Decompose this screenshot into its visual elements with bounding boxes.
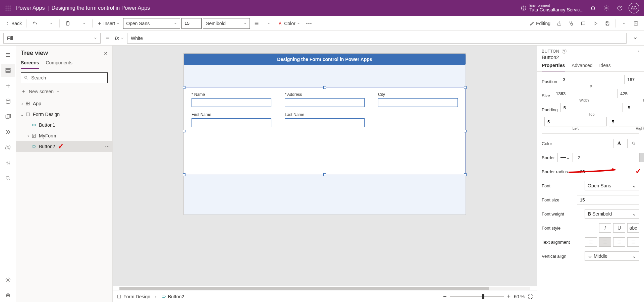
- breadcrumb-screen[interactable]: Form Design: [117, 294, 150, 299]
- help-icon[interactable]: ?: [562, 49, 567, 54]
- tree-node-button2[interactable]: Button2 ✓ ⋯: [16, 141, 112, 152]
- tree-node-app[interactable]: › App: [16, 98, 112, 109]
- align-center[interactable]: [599, 237, 611, 247]
- style-underline[interactable]: U: [613, 223, 625, 233]
- property-dropdown[interactable]: Fill: [3, 33, 101, 44]
- style-strike[interactable]: abc: [627, 223, 639, 233]
- fx-button[interactable]: fx: [115, 35, 124, 41]
- tab-screens[interactable]: Screens: [21, 60, 39, 69]
- font-weight-dropdown[interactable]: Semibold: [203, 18, 250, 29]
- publish-button[interactable]: [631, 18, 641, 29]
- rail-virtual-agent[interactable]: [1, 289, 15, 302]
- tab-components[interactable]: Components: [46, 60, 72, 69]
- prop-width-input[interactable]: [553, 89, 615, 98]
- font-size-input[interactable]: [181, 18, 202, 29]
- environment-picker[interactable]: Environment Tata Consultancy Servic...: [521, 3, 584, 12]
- tree-node-screen[interactable]: ⌄ Form Design: [16, 109, 112, 120]
- rail-insert[interactable]: [1, 79, 15, 93]
- zoom-slider[interactable]: [450, 296, 504, 297]
- fit-to-screen[interactable]: ⛶: [528, 294, 533, 299]
- save-dropdown[interactable]: [619, 18, 629, 29]
- prop-fontweight-dropdown[interactable]: B Semibold⌄: [585, 209, 639, 219]
- tree-close[interactable]: ✕: [104, 51, 108, 56]
- share-button[interactable]: [554, 18, 565, 29]
- back-button[interactable]: Back: [3, 18, 24, 29]
- prop-padtop-input[interactable]: [560, 103, 623, 112]
- overflow-button[interactable]: [304, 18, 314, 29]
- prop-x-input[interactable]: [560, 75, 622, 84]
- prop-padleft-input[interactable]: [544, 117, 607, 126]
- properties-collapse[interactable]: ›: [638, 49, 640, 54]
- align-right[interactable]: [613, 237, 625, 247]
- align-justify[interactable]: [627, 237, 639, 247]
- help-icon[interactable]: [613, 0, 627, 16]
- prop-padbottom-input[interactable]: [625, 103, 644, 112]
- chevron-right-icon[interactable]: ›: [19, 101, 25, 106]
- formula-expand[interactable]: [630, 33, 641, 44]
- rail-advanced-tools[interactable]: [1, 156, 15, 170]
- settings-icon[interactable]: [600, 0, 613, 16]
- new-screen-button[interactable]: ＋ New screen: [16, 86, 112, 98]
- zoom-in[interactable]: +: [507, 293, 511, 300]
- align-dropdown[interactable]: [263, 18, 274, 29]
- chevron-right-icon[interactable]: ›: [25, 133, 31, 138]
- paste-button[interactable]: [62, 18, 73, 29]
- prop-border-color[interactable]: [639, 153, 644, 162]
- tree-node-myform[interactable]: › MyForm: [16, 130, 112, 141]
- save-button[interactable]: [602, 18, 613, 29]
- prop-y-input[interactable]: [624, 75, 644, 84]
- rail-hamburger[interactable]: [1, 48, 15, 62]
- rail-variables[interactable]: (x): [1, 141, 15, 154]
- prop-font-dropdown[interactable]: Open Sans⌄: [585, 181, 639, 190]
- tab-properties[interactable]: Properties: [542, 63, 565, 71]
- canvas-selected-button2[interactable]: * Name * Address City First Name: [184, 87, 466, 175]
- style-italic[interactable]: I: [599, 223, 611, 233]
- undo-button[interactable]: [30, 18, 40, 29]
- align-button[interactable]: [251, 18, 262, 29]
- tab-ideas[interactable]: Ideas: [599, 63, 611, 71]
- env-label: Environment: [529, 3, 584, 7]
- paste-dropdown[interactable]: [79, 18, 90, 29]
- prop-border-width[interactable]: [575, 153, 637, 162]
- comments-button[interactable]: [578, 18, 589, 29]
- breadcrumb-control[interactable]: Button2: [161, 294, 184, 299]
- field-input[interactable]: [285, 98, 365, 107]
- app-name[interactable]: Power Apps: [16, 5, 45, 11]
- prop-padright-input[interactable]: [609, 117, 644, 126]
- prop-text-color[interactable]: A: [613, 139, 625, 148]
- tree-node-button1[interactable]: Button1: [16, 120, 112, 130]
- node-more-icon[interactable]: ⋯: [105, 144, 110, 149]
- rail-settings[interactable]: [1, 273, 15, 287]
- editing-mode[interactable]: Editing: [527, 18, 552, 29]
- app-checker-button[interactable]: [566, 18, 577, 29]
- prop-border-style[interactable]: ⌄: [557, 153, 573, 162]
- field-input[interactable]: [192, 118, 271, 127]
- prop-valign-dropdown[interactable]: Middle⌄: [585, 251, 639, 261]
- notifications-icon[interactable]: [586, 0, 600, 16]
- prop-height-input[interactable]: [617, 89, 644, 98]
- text-color-button[interactable]: Color: [275, 18, 302, 29]
- chevron-down-icon[interactable]: ⌄: [19, 112, 25, 117]
- formula-input[interactable]: White: [127, 33, 627, 44]
- rail-data[interactable]: [1, 95, 15, 108]
- field-input[interactable]: [192, 98, 271, 107]
- field-input[interactable]: [378, 98, 458, 107]
- field-input[interactable]: [285, 118, 365, 127]
- waffle-icon[interactable]: [3, 3, 13, 13]
- align-left[interactable]: [585, 237, 597, 247]
- rail-search[interactable]: [1, 172, 15, 185]
- font-dropdown[interactable]: Open Sans: [123, 18, 180, 29]
- rail-power-automate[interactable]: [1, 125, 15, 139]
- user-avatar[interactable]: AG: [629, 3, 639, 13]
- zoom-out[interactable]: −: [443, 293, 447, 300]
- tab-advanced[interactable]: Advanced: [572, 63, 592, 71]
- tree-search[interactable]: Search: [21, 72, 108, 83]
- preview-button[interactable]: [590, 18, 601, 29]
- insert-button[interactable]: Insert: [95, 18, 122, 29]
- undo-dropdown[interactable]: [46, 18, 57, 29]
- prop-fontsize-input[interactable]: [577, 195, 639, 204]
- prop-fill-color[interactable]: [627, 139, 639, 148]
- canvas-screen[interactable]: Designing the Form control in Power Apps…: [184, 54, 466, 215]
- rail-tree-view[interactable]: [1, 64, 15, 77]
- rail-media[interactable]: [1, 110, 15, 123]
